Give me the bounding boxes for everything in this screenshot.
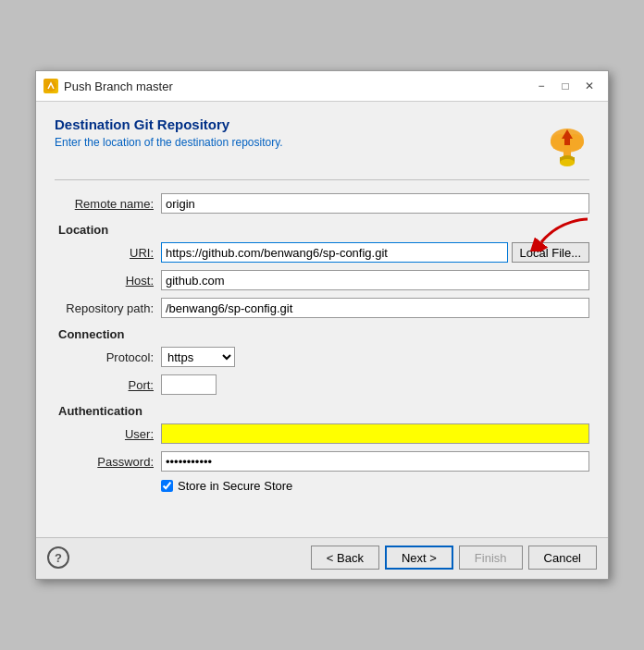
protocol-select[interactable]: https ssh git xyxy=(161,347,235,367)
user-label: User: xyxy=(55,427,161,441)
spacer xyxy=(36,509,608,537)
host-row: Host: xyxy=(55,270,589,290)
section-title: Destination Git Repository xyxy=(55,117,283,132)
remote-name-row: Remote name: xyxy=(55,193,589,214)
finish-button[interactable]: Finish xyxy=(459,546,523,570)
repo-path-label: Repository path: xyxy=(55,301,161,315)
window-title: Push Branch master xyxy=(64,80,530,93)
protocol-label: Protocol: xyxy=(55,350,161,364)
remote-name-input[interactable] xyxy=(161,193,589,214)
footer-left: ? xyxy=(47,546,69,569)
separator xyxy=(55,179,589,180)
cloud-icon xyxy=(545,117,589,168)
authentication-section-label: Authentication xyxy=(55,404,589,418)
svg-rect-6 xyxy=(564,138,570,145)
next-button[interactable]: Next > xyxy=(385,546,453,570)
uri-container: Local File... xyxy=(161,242,589,263)
repo-path-row: Repository path: xyxy=(55,298,589,318)
password-label: Password: xyxy=(55,455,161,469)
close-button[interactable]: ✕ xyxy=(578,77,601,95)
app-icon xyxy=(43,79,58,93)
repo-path-input[interactable] xyxy=(161,298,589,318)
back-button[interactable]: < Back xyxy=(311,546,379,570)
location-section-label: Location xyxy=(55,223,589,237)
window-controls: − □ ✕ xyxy=(530,77,601,95)
password-row: Password: xyxy=(55,451,589,472)
port-label: Port: xyxy=(55,378,161,392)
titlebar: Push Branch master − □ ✕ xyxy=(36,71,608,102)
port-input[interactable] xyxy=(161,374,217,395)
uri-input[interactable] xyxy=(161,242,508,263)
minimize-button[interactable]: − xyxy=(530,77,552,95)
footer: ? < Back Next > Finish Cancel xyxy=(36,537,608,579)
port-row: Port: xyxy=(55,374,589,395)
user-row: User: xyxy=(55,423,589,444)
local-file-button[interactable]: Local File... xyxy=(512,242,589,263)
password-input[interactable] xyxy=(161,451,589,472)
main-window: Push Branch master − □ ✕ Destination Git… xyxy=(35,70,609,580)
svg-point-9 xyxy=(560,159,575,166)
uri-label: URI: xyxy=(55,246,161,260)
connection-section-label: Connection xyxy=(55,327,589,341)
user-input[interactable] xyxy=(161,423,589,444)
secure-store-checkbox[interactable] xyxy=(161,480,173,492)
section-subtitle: Enter the location of the destination re… xyxy=(55,136,283,149)
header-text: Destination Git Repository Enter the loc… xyxy=(55,117,283,149)
uri-row: URI: Local File... xyxy=(55,242,589,263)
host-input[interactable] xyxy=(161,270,589,290)
content-area: Destination Git Repository Enter the loc… xyxy=(36,102,608,509)
secure-store-label[interactable]: Store in Secure Store xyxy=(178,479,292,493)
protocol-row: Protocol: https ssh git xyxy=(55,347,589,367)
maximize-button[interactable]: □ xyxy=(554,77,576,95)
cancel-button[interactable]: Cancel xyxy=(528,546,597,570)
remote-name-label: Remote name: xyxy=(55,197,161,211)
host-label: Host: xyxy=(55,274,161,288)
footer-right: < Back Next > Finish Cancel xyxy=(311,546,597,570)
help-button[interactable]: ? xyxy=(47,546,69,569)
secure-store-row: Store in Secure Store xyxy=(161,479,589,493)
header-section: Destination Git Repository Enter the loc… xyxy=(55,117,589,168)
